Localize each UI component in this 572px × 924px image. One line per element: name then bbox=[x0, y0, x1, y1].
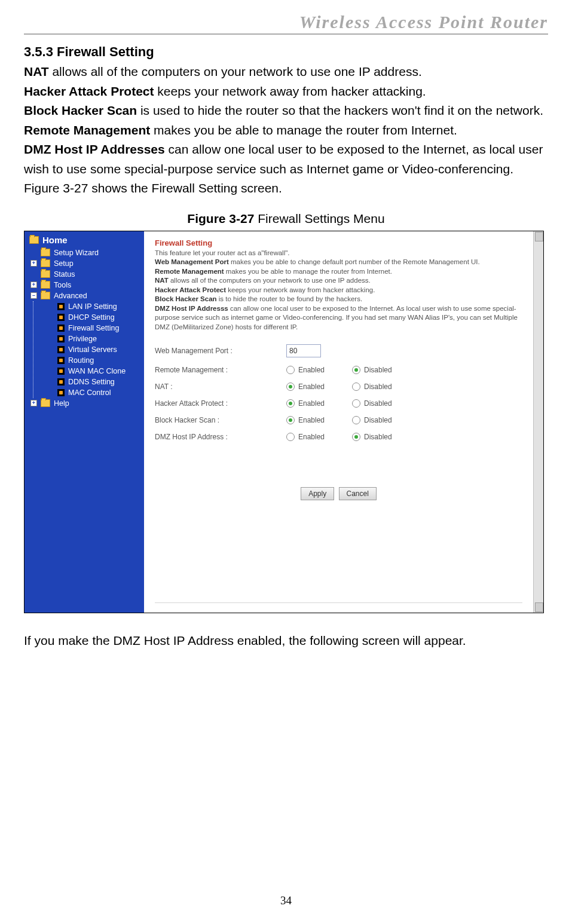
sidebar-item-tools[interactable]: + Tools bbox=[25, 280, 144, 290]
page-number: 34 bbox=[0, 894, 572, 907]
radio-enabled[interactable] bbox=[286, 433, 295, 441]
expand-icon[interactable]: + bbox=[30, 400, 37, 406]
section-heading: 3.5.3 Firewall Setting bbox=[24, 44, 548, 60]
nat-term: NAT bbox=[24, 65, 49, 78]
desc-nat-b: NAT bbox=[155, 277, 169, 284]
web-management-port-input[interactable] bbox=[286, 344, 321, 357]
wmp-label: Web Management Port : bbox=[155, 347, 286, 355]
row-hacker-attack-protect: Hacker Attack Protect : Enabled Disabled bbox=[155, 395, 522, 412]
intro-paragraphs: NAT allows all of the computers on your … bbox=[24, 62, 548, 198]
opt-enabled: Enabled bbox=[298, 399, 325, 408]
desc-rm-b: Remote Management bbox=[155, 268, 224, 275]
content-panel: Firewall Setting This feature let your r… bbox=[144, 231, 533, 613]
hap-text: keeps your network away from hacker atta… bbox=[154, 84, 426, 98]
apply-button[interactable]: Apply bbox=[301, 487, 334, 500]
sidebar-sub-label: WAN MAC Clone bbox=[68, 367, 126, 375]
desc-wmp-t: makes you be able to change default port… bbox=[229, 258, 480, 265]
radio-enabled[interactable] bbox=[286, 366, 295, 374]
row-block-hacker-scan: Block Hacker Scan : Enabled Disabled bbox=[155, 412, 522, 429]
sidebar-home[interactable]: Home bbox=[25, 234, 144, 247]
radio-enabled[interactable] bbox=[286, 416, 295, 424]
firewall-screenshot: Home Setup Wizard + Setup Status + Tools bbox=[24, 231, 544, 613]
opt-disabled: Disabled bbox=[364, 416, 392, 424]
sidebar-item-advanced[interactable]: – Advanced bbox=[25, 290, 144, 301]
sidebar-sub-mac-control[interactable]: MAC Control bbox=[33, 387, 144, 398]
desc-bhs-t: is to hide the router to be found by the… bbox=[217, 295, 363, 302]
cancel-button[interactable]: Cancel bbox=[339, 487, 377, 500]
page-icon bbox=[57, 314, 65, 321]
sidebar-sub-lan-ip[interactable]: LAN IP Setting bbox=[33, 301, 144, 312]
figure-caption: Figure 3-27 Firewall Settings Menu bbox=[24, 212, 548, 226]
sidebar-label: Status bbox=[54, 270, 75, 279]
page-icon bbox=[57, 368, 65, 375]
desc-hap-b: Hacker Attack Protect bbox=[155, 286, 226, 293]
desc-rm-t: makes you be able to manage the router f… bbox=[224, 268, 392, 275]
opt-disabled: Disabled bbox=[364, 399, 392, 408]
button-row: Apply Cancel bbox=[155, 487, 522, 500]
sidebar-sub-privilege[interactable]: Privilege bbox=[33, 334, 144, 344]
sidebar-home-label: Home bbox=[42, 235, 68, 245]
bhs-text: is used to hide the router so that the h… bbox=[137, 103, 543, 117]
folder-icon bbox=[41, 259, 50, 267]
desc-nat-t: allows all of the computers on your netw… bbox=[169, 277, 371, 284]
sidebar-item-help[interactable]: + Help bbox=[25, 398, 144, 409]
sidebar-item-setup[interactable]: + Setup bbox=[25, 258, 144, 269]
opt-enabled: Enabled bbox=[298, 416, 325, 424]
sidebar-sub-label: Virtual Servers bbox=[68, 345, 117, 354]
radio-disabled[interactable] bbox=[352, 383, 360, 391]
row-label: NAT : bbox=[155, 383, 286, 391]
sidebar-item-setup-wizard[interactable]: Setup Wizard bbox=[25, 247, 144, 258]
radio-disabled[interactable] bbox=[352, 399, 360, 408]
panel-description: This feature let your router act as a"fi… bbox=[155, 249, 522, 332]
radio-disabled[interactable] bbox=[352, 416, 360, 424]
radio-disabled[interactable] bbox=[352, 433, 360, 441]
folder-icon bbox=[29, 236, 39, 244]
page-icon bbox=[57, 335, 65, 342]
sidebar-sub-firewall[interactable]: Firewall Setting bbox=[33, 323, 144, 334]
radio-disabled[interactable] bbox=[352, 366, 360, 374]
panel-title: Firewall Setting bbox=[155, 238, 522, 247]
sidebar-item-status[interactable]: Status bbox=[25, 269, 144, 280]
row-web-management-port: Web Management Port : bbox=[155, 340, 522, 362]
row-remote-management: Remote Management : Enabled Disabled bbox=[155, 362, 522, 378]
page-icon bbox=[57, 389, 65, 396]
sidebar-sub-wan-mac-clone[interactable]: WAN MAC Clone bbox=[33, 366, 144, 377]
nav-sidebar: Home Setup Wizard + Setup Status + Tools bbox=[25, 231, 144, 613]
sidebar-label: Tools bbox=[54, 281, 71, 289]
expand-icon[interactable]: + bbox=[30, 260, 37, 267]
hap-term: Hacker Attack Protect bbox=[24, 84, 154, 98]
page-icon bbox=[57, 357, 65, 364]
sidebar-sub-virtual-servers[interactable]: Virtual Servers bbox=[33, 344, 144, 355]
desc-bhs-b: Block Hacker Scan bbox=[155, 295, 217, 302]
sidebar-sub-dhcp[interactable]: DHCP Setting bbox=[33, 312, 144, 323]
sidebar-sub-ddns[interactable]: DDNS Setting bbox=[33, 377, 144, 387]
opt-enabled: Enabled bbox=[298, 383, 325, 391]
opt-disabled: Disabled bbox=[364, 366, 392, 374]
radio-enabled[interactable] bbox=[286, 399, 295, 408]
page-icon bbox=[57, 378, 65, 385]
row-dmz-host-ip: DMZ Host IP Address : Enabled Disabled bbox=[155, 429, 522, 445]
radio-enabled[interactable] bbox=[286, 383, 295, 391]
sidebar-sub-label: DDNS Setting bbox=[68, 378, 115, 386]
opt-disabled: Disabled bbox=[364, 433, 392, 441]
folder-icon bbox=[41, 281, 50, 289]
sidebar-sub-label: Firewall Setting bbox=[68, 324, 119, 332]
row-label: Hacker Attack Protect : bbox=[155, 399, 286, 408]
opt-enabled: Enabled bbox=[298, 366, 325, 374]
collapse-icon[interactable]: – bbox=[30, 292, 37, 299]
desc-dmz-b: DMZ Host IP Addresss bbox=[155, 305, 228, 312]
sidebar-sub-routing[interactable]: Routing bbox=[33, 355, 144, 366]
desc-hap-t: keeps your network away from hacker atta… bbox=[226, 286, 375, 293]
folder-icon bbox=[41, 292, 50, 299]
opt-enabled: Enabled bbox=[298, 433, 325, 441]
vertical-scrollbar[interactable] bbox=[533, 231, 543, 613]
doc-header: Wireless Access Point Router bbox=[24, 12, 548, 35]
page-icon bbox=[57, 303, 65, 310]
figure-label-text: Firewall Settings Menu bbox=[254, 212, 384, 225]
row-label: DMZ Host IP Address : bbox=[155, 433, 286, 441]
opt-disabled: Disabled bbox=[364, 383, 392, 391]
sidebar-label: Advanced bbox=[54, 292, 87, 300]
sidebar-sub-label: Privilege bbox=[68, 335, 97, 343]
rm-term: Remote Management bbox=[24, 123, 150, 137]
expand-icon[interactable]: + bbox=[30, 282, 37, 288]
